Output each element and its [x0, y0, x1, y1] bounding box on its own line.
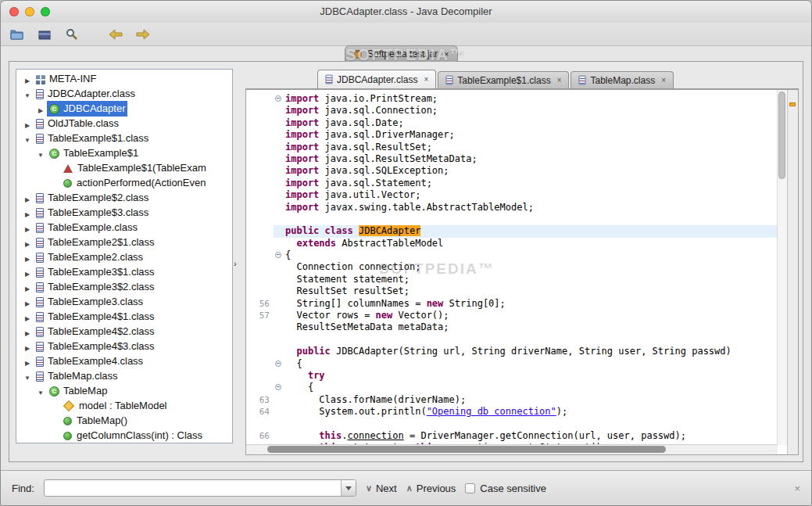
classfile-icon — [36, 253, 44, 263]
vertical-scrollbar-thumb[interactable] — [778, 92, 785, 179]
tree-item-label: TableExample3.class — [48, 296, 143, 307]
tree-item[interactable]: getColumnCount() : int — [16, 443, 232, 443]
close-jar-icon[interactable]: × — [444, 49, 449, 59]
code-token: new — [376, 310, 393, 321]
tree-item[interactable]: ▶TableExample3.class — [16, 294, 232, 309]
classfile-icon — [36, 267, 44, 278]
collapse-arrow-icon[interactable]: ▼ — [21, 371, 34, 386]
case-sensitive-checkbox[interactable]: Case sensitive — [465, 483, 546, 494]
line-number — [246, 225, 274, 237]
editor: JDBCAdapter.class×TableExample$1.class×T… — [245, 70, 799, 455]
line-number — [246, 382, 274, 393]
splitter-handle-icon[interactable]: › — [234, 259, 237, 268]
classfile-icon — [36, 327, 44, 337]
close-tab-icon[interactable]: × — [661, 76, 666, 84]
overview-ruler — [787, 90, 798, 454]
code-token: { — [285, 249, 291, 260]
arrow-right-icon — [136, 29, 150, 40]
tree-item[interactable]: ▶TableExample$3.class — [16, 205, 232, 220]
back-button[interactable] — [107, 27, 124, 42]
horizontal-scrollbar[interactable] — [246, 444, 778, 454]
code-line-body: import java.io.PrintStream; — [274, 93, 778, 105]
code-token: java.sql.SQLException; — [319, 165, 449, 176]
editor-tab-label: TableExample$1.class — [457, 75, 550, 86]
tree-item[interactable]: ▶TableExample2.class — [16, 249, 232, 264]
collapse-arrow-icon[interactable]: ▼ — [21, 133, 34, 148]
tree-item[interactable]: ▶TableExample4$3.class — [16, 339, 232, 353]
line-number: 57 — [246, 310, 274, 321]
code-token: java.util.Vector; — [319, 189, 420, 200]
find-input[interactable] — [45, 480, 341, 496]
tree-item-content: TableExample2.class — [34, 249, 145, 265]
tree-item[interactable]: ▶OldJTable.class — [16, 116, 232, 131]
tree-item-content: TableExample3.class — [34, 294, 145, 310]
string-link[interactable]: "Opening db connection" — [427, 406, 556, 417]
tree-item[interactable]: ▼TableExample$1 — [16, 145, 232, 160]
tree-item[interactable]: ▶TableExample2$1.class — [16, 235, 232, 249]
close-find-icon[interactable]: × — [794, 483, 800, 494]
editor-tab[interactable]: JDBCAdapter.class× — [317, 70, 436, 88]
tree-item[interactable]: ▼TableMap — [16, 383, 232, 398]
fold-spacer — [274, 274, 285, 285]
open-file-button[interactable] — [9, 27, 26, 42]
collapse-arrow-icon[interactable]: ▼ — [34, 386, 47, 400]
tree-item-content: TableExample4$1.class — [34, 309, 157, 325]
forward-button[interactable] — [134, 27, 152, 42]
code-token: . — [342, 430, 347, 441]
code-token: System.out.println( — [285, 406, 427, 417]
tree-item[interactable]: TableExample$1(TableExam — [16, 160, 232, 175]
collapse-arrow-icon[interactable]: ▼ — [34, 148, 47, 163]
find-next-button[interactable]: ∨ Next — [366, 483, 397, 494]
code-text: import java.sql.Date; — [285, 117, 404, 129]
fold-spacer — [274, 430, 285, 442]
code-token: class — [325, 225, 353, 236]
tree-item-label: JDBCAdapter.class — [48, 88, 135, 99]
case-sensitive-label: Case sensitive — [480, 483, 546, 494]
tree-item[interactable]: actionPerformed(ActionEven — [16, 175, 232, 190]
identifier-link[interactable]: connection — [348, 430, 404, 441]
tree-item[interactable]: ▶JDBCAdapter — [16, 101, 232, 116]
tree-item[interactable]: ▶TableExample.class — [16, 220, 232, 235]
code-token: { — [285, 358, 302, 369]
code-text: import java.sql.Statement; — [285, 178, 432, 189]
fold-collapse-icon[interactable] — [274, 382, 285, 393]
vertical-scrollbar[interactable] — [777, 90, 788, 445]
tree-item[interactable]: ▶TableExample4$2.class — [16, 324, 232, 339]
tree-item[interactable]: ▼TableMap.class — [16, 368, 232, 383]
jar-tab[interactable]: Softpedia test.jar × — [345, 45, 458, 62]
app-window: JDBCAdapter.class - Java Decompiler — [0, 0, 812, 506]
toolbar — [1, 23, 811, 46]
tree-item[interactable]: ▶TableExample4$1.class — [16, 309, 232, 324]
code-token: java.sql.DriverManager; — [319, 129, 454, 140]
collapse-arrow-icon[interactable]: ▼ — [21, 88, 34, 103]
tree-item[interactable]: TableMap() — [16, 413, 232, 428]
open-type-button[interactable] — [36, 27, 53, 42]
fold-collapse-icon[interactable] — [274, 358, 285, 370]
editor-tab[interactable]: TableExample$1.class× — [438, 71, 569, 88]
code-token: try — [308, 370, 325, 381]
close-tab-icon[interactable]: × — [424, 75, 428, 84]
editor-tab[interactable]: TableMap.class× — [571, 71, 674, 88]
tree-item[interactable]: ▶TableExample3$2.class — [16, 279, 232, 294]
close-tab-icon[interactable]: × — [557, 76, 562, 84]
tree-item[interactable]: ▶TableExample3$1.class — [16, 264, 232, 279]
fold-collapse-icon[interactable] — [274, 93, 285, 105]
tree-item-label: META-INF — [49, 73, 96, 84]
search-button[interactable] — [63, 27, 80, 42]
fold-collapse-icon[interactable] — [274, 249, 285, 261]
find-previous-button[interactable]: ∧ Previous — [406, 483, 456, 494]
tree-item[interactable]: getColumnClass(int) : Class — [16, 428, 232, 443]
tree-item[interactable]: ▶TableExample4.class — [16, 353, 232, 368]
horizontal-scrollbar-thumb[interactable] — [267, 446, 666, 453]
tree-item[interactable]: ▼JDBCAdapter.class — [16, 86, 232, 101]
tree-item[interactable]: model : TableModel — [16, 398, 232, 413]
code-line: import javax.swing.table.AbstractTableMo… — [246, 202, 778, 214]
tree-item[interactable]: ▶TableExample$2.class — [16, 190, 232, 205]
occurrence-marker[interactable] — [789, 102, 796, 106]
combo-dropdown-button[interactable] — [341, 480, 356, 496]
tree-item[interactable]: ▼TableExample$1.class — [16, 131, 232, 145]
classfile-icon — [36, 119, 44, 129]
code-text: { — [285, 358, 302, 370]
code-token: this — [319, 430, 342, 441]
tree-item[interactable]: ▶META-INF — [16, 71, 232, 86]
